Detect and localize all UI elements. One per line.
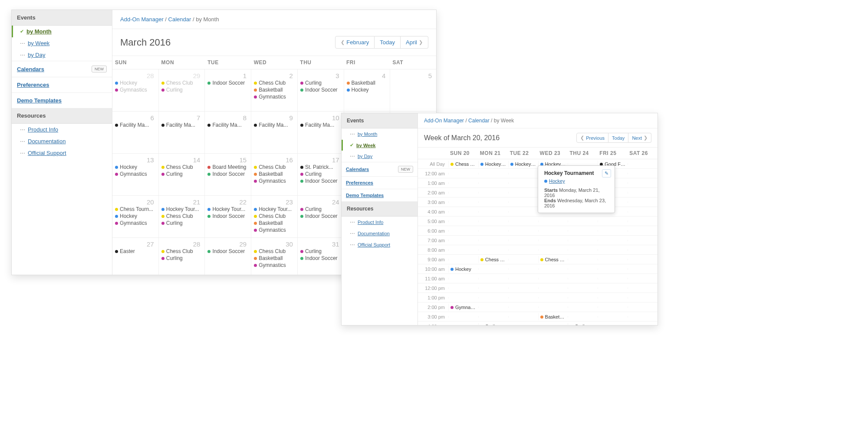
hour-cell[interactable] [628,297,658,299]
calendar-event[interactable]: Gymnastics [115,220,156,226]
hour-cell[interactable] [478,306,508,308]
calendar-event[interactable]: Gymnastics [254,227,295,233]
day-cell[interactable]: 24CurlingIndoor Soccer [297,196,344,237]
hour-cell[interactable] [628,220,658,222]
calendar-event[interactable]: Easter [115,248,156,254]
allday-cell[interactable]: Hockey Tour... [478,161,508,168]
calendars-link[interactable]: Calendars [346,167,369,172]
hour-cell[interactable]: Chess Club [478,256,508,263]
calendar-event[interactable]: Indoor Soccer [300,255,341,261]
sidebar-view-item[interactable]: ⋯by Day [12,49,112,61]
day-cell[interactable]: 3CurlingIndoor Soccer [297,69,344,111]
day-cell[interactable]: 6Facility Ma... [112,112,158,153]
calendar-event[interactable]: Gymnastics [254,178,295,184]
hour-cell[interactable]: Gymnastics [448,304,478,311]
day-cell[interactable]: 2Chess ClubBasketballGymnastics [251,69,297,111]
calendar-event[interactable]: Indoor Soccer [207,248,248,254]
hour-cell[interactable] [448,316,478,318]
day-cell[interactable]: 8Facility Ma... [204,112,251,153]
calendar-event[interactable]: Chess Club [254,80,295,86]
next-week-button[interactable]: Next❯ [628,133,651,143]
day-cell[interactable]: 27Easter [112,238,158,275]
hour-cell[interactable] [508,173,538,174]
hour-cell[interactable] [628,173,658,174]
day-cell[interactable]: 29Chess ClubCurling [158,69,205,111]
hour-cell[interactable] [538,297,568,299]
hour-cell[interactable] [478,316,508,318]
hour-cell[interactable] [478,297,508,299]
hour-cell[interactable] [568,268,598,270]
calendar-event[interactable]: Indoor Soccer [300,178,341,184]
calendar-event[interactable]: Indoor Soccer [300,87,341,93]
sidebar-resource-item[interactable]: ⋯Official Support [342,239,418,250]
calendar-event[interactable]: Curling [300,206,341,212]
hour-cell[interactable] [598,316,628,318]
hour-cell[interactable] [448,249,478,251]
hour-cell[interactable] [508,287,538,289]
hour-cell[interactable] [628,182,658,184]
calendar-event[interactable]: Hockey Tour... [254,206,295,212]
calendar-event[interactable]: Curling [161,220,202,226]
hour-cell[interactable] [628,201,658,203]
prev-week-button[interactable]: ❮Previous [576,133,608,143]
hour-cell[interactable] [568,230,598,232]
sidebar-resource-item[interactable]: ⋯Documentation [12,135,112,147]
breadcrumb-addon[interactable]: Add-On Manager [120,16,164,23]
day-cell[interactable]: 7Facility Ma... [158,112,205,153]
hour-cell[interactable] [628,287,658,289]
hour-cell[interactable] [478,249,508,251]
calendar-event[interactable]: Gymnastics [254,262,295,268]
calendar-event[interactable]: Gymnastics [115,171,156,177]
hour-cell[interactable]: Basketball [538,313,568,320]
sidebar-resource-item[interactable]: ⋯Product Info [12,124,112,135]
sidebar-view-item[interactable]: ✔by Week [342,140,418,151]
sidebar-view-link[interactable]: by Day [358,154,372,159]
hour-cell[interactable]: Curling [568,323,598,326]
breadcrumb-calendar[interactable]: Calendar [468,118,490,124]
hour-cell[interactable] [478,192,508,194]
calendar-event[interactable]: Indoor Soccer [207,213,248,219]
hour-cell[interactable] [508,220,538,222]
hour-cell[interactable] [448,201,478,203]
calendar-event[interactable]: Curling [161,87,202,93]
hour-cell[interactable] [508,259,538,260]
hour-cell[interactable] [538,287,568,289]
hour-cell[interactable] [508,182,538,184]
hour-cell[interactable] [628,230,658,232]
hour-cell[interactable] [508,230,538,232]
hour-cell[interactable] [478,287,508,289]
hour-cell[interactable] [508,306,538,308]
calendar-event[interactable]: Hockey [115,164,156,170]
hour-cell[interactable] [478,201,508,203]
hour-cell[interactable] [628,192,658,194]
popup-category-link[interactable]: Hockey [549,178,565,184]
hour-cell[interactable] [478,230,508,232]
allday-cell[interactable]: Hockey Tour... [508,161,538,168]
hour-cell[interactable]: Curling [478,323,508,326]
hour-cell[interactable] [508,201,538,203]
hour-cell[interactable] [568,306,598,308]
hour-cell[interactable] [478,173,508,174]
sidebar-resource-link[interactable]: Official Support [28,150,66,156]
sidebar-resource-link[interactable]: Documentation [28,138,66,145]
calendar-event[interactable]: Gymnastics [254,94,295,100]
calendar-event[interactable]: Chess Club [254,248,295,254]
hour-cell[interactable] [448,240,478,241]
hour-cell[interactable] [448,278,478,279]
hour-cell[interactable] [568,259,598,260]
hour-cell[interactable]: Hockey [448,266,478,273]
hour-cell[interactable] [628,316,658,318]
calendar-event[interactable]: Facility Ma... [115,122,156,128]
calendar-event[interactable]: Facility Ma... [254,122,295,128]
calendar-event[interactable]: Board Meeting [207,164,248,170]
calendar-event[interactable]: Chess Club [161,164,202,170]
day-cell[interactable]: 9Facility Ma... [251,112,297,153]
hour-cell[interactable] [568,278,598,279]
hour-cell[interactable] [598,240,628,241]
calendar-event[interactable]: Facility Ma... [207,122,248,128]
hour-cell[interactable] [568,249,598,251]
hour-cell[interactable] [538,268,568,270]
hour-cell[interactable] [598,287,628,289]
day-cell[interactable]: 10Facility Ma... [297,112,344,153]
hour-cell[interactable] [598,297,628,299]
